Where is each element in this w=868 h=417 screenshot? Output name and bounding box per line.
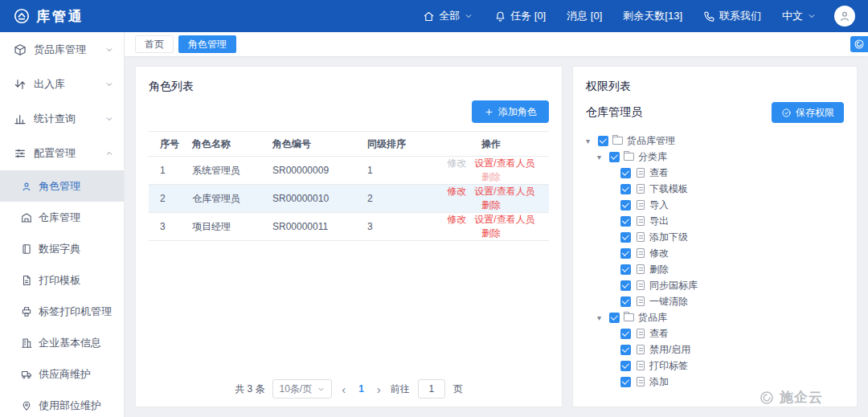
tree-node-label[interactable]: 货品库 [638,311,667,325]
sidebar-group[interactable]: 配置管理 [0,136,124,170]
caret-icon[interactable]: ▾ [597,313,609,322]
tree-node-label[interactable]: 同步国标库 [649,279,698,292]
tree-node-label[interactable]: 分类库 [638,150,667,164]
scope-select[interactable]: 全部 [423,9,473,23]
days-left-badge: 剩余天数[13] [623,9,682,23]
sidebar-item[interactable]: 标签打印机管理 [0,296,124,327]
checkbox[interactable] [620,248,631,259]
set-view-members-link[interactable]: 设置/查看人员 [474,186,534,197]
tree-node: 添加下级 [586,229,844,245]
cell-name: 项目经理 [187,213,268,241]
tree-node-label[interactable]: 禁用/启用 [649,343,690,357]
tree-node: 删除 [586,261,844,277]
checkbox[interactable] [620,361,631,371]
sidebar-item[interactable]: 企业基本信息 [0,327,124,358]
contact-label: 联系我们 [719,9,761,23]
caret-icon[interactable]: ▾ [586,137,598,145]
caret-icon[interactable]: ▾ [597,153,609,161]
edit-role-link[interactable]: 修改 [447,157,466,169]
next-page-button[interactable]: › [375,382,383,396]
page-size-select[interactable]: 10条/页 [272,379,332,399]
checkbox[interactable] [620,232,631,243]
delete-role-link[interactable]: 删除 [481,227,501,239]
tree-node-label[interactable]: 一键清除 [649,295,688,309]
goto-unit-label: 页 [453,382,463,396]
sidebar-group[interactable]: 出入库 [0,67,124,101]
edit-role-link[interactable]: 修改 [447,214,466,225]
save-permissions-button[interactable]: 保存权限 [772,102,844,123]
tree-node: ▾分类库 [586,149,844,165]
tree-node-label[interactable]: 查看 [649,327,669,341]
set-view-members-link[interactable]: 设置/查看人员 [474,157,534,169]
checkbox[interactable] [598,136,608,146]
file-icon [637,345,645,354]
tree-node-label[interactable]: 添加下级 [649,231,688,244]
folder-icon [624,153,634,161]
checkbox[interactable] [620,280,631,291]
tree-node: 同步国标库 [586,277,844,293]
delete-role-link[interactable]: 删除 [481,199,501,211]
table-row[interactable]: 3项目经理SR000000113修改设置/查看人员删除 [149,213,549,241]
sidebar-item[interactable]: 使用部位维护 [0,390,124,417]
add-role-button[interactable]: 添加角色 [472,100,549,123]
sidebar-item[interactable]: 角色管理 [0,170,124,202]
file-icon [637,264,645,274]
file-icon [637,329,645,338]
sidebar-group[interactable]: 统计查询 [0,101,124,136]
tree-node: 下载模板 [586,181,844,197]
checkbox[interactable] [620,329,631,339]
tree-node-label[interactable]: 修改 [649,247,669,260]
file-icon [637,232,645,242]
logo-icon [13,7,31,25]
tree-node-label[interactable]: 货品库管理 [627,134,675,148]
checkbox[interactable] [620,168,631,178]
delete-role-link[interactable]: 删除 [481,171,501,182]
set-view-members-link[interactable]: 设置/查看人员 [474,214,534,225]
goto-page-input[interactable] [418,379,445,399]
person-icon [838,10,851,22]
tree-node-label[interactable]: 添加 [649,375,669,389]
file-icon [637,280,645,290]
tab-item[interactable]: 首页 [135,35,174,53]
scope-label: 全部 [439,9,460,23]
sidebar-item[interactable]: 供应商维护 [0,358,124,390]
checkbox[interactable] [609,313,620,323]
checkbox[interactable] [609,152,620,162]
tree-node-label[interactable]: 查看 [649,166,669,180]
checkbox[interactable] [620,216,631,227]
tree-node-label[interactable]: 打印标签 [649,359,688,373]
sidebar-item[interactable]: 仓库管理 [0,202,124,233]
floating-logo-button[interactable] [850,36,868,52]
edit-role-link[interactable]: 修改 [447,186,466,197]
tree-node-label[interactable]: 删除 [649,263,669,276]
prev-page-button[interactable]: ‹ [340,382,347,396]
table-row[interactable]: 1系统管理员SR000000091修改设置/查看人员删除 [149,157,549,185]
sidebar-item[interactable]: 打印模板 [0,264,124,296]
file-icon [637,248,645,258]
tree-node-label[interactable]: 导出 [649,215,669,228]
checkbox[interactable] [620,377,631,387]
tasks-button[interactable]: 任务 [0] [494,9,546,23]
sidebar-item-label: 数据字典 [39,242,80,256]
checkbox[interactable] [620,264,631,275]
table-row[interactable]: 2仓库管理员SR000000102修改设置/查看人员删除 [149,185,549,213]
tree-node-label[interactable]: 下载模板 [649,182,688,196]
file-icon [637,168,645,178]
checkbox[interactable] [620,200,631,211]
sidebar-group[interactable]: 货品库管理 [0,32,124,67]
language-select[interactable]: 中文 [782,9,817,23]
current-page[interactable]: 1 [355,383,367,395]
contact-button[interactable]: 联系我们 [703,9,761,23]
cell-name: 仓库管理员 [187,185,268,213]
bell-icon [494,10,506,22]
tree-node: 导入 [586,197,844,213]
tab-item[interactable]: 角色管理 [178,35,236,53]
sidebar-item[interactable]: 数据字典 [0,233,124,264]
avatar[interactable] [834,6,855,27]
checkbox[interactable] [620,184,631,194]
checkbox[interactable] [620,345,631,355]
checkbox[interactable] [620,296,631,307]
messages-button[interactable]: 消息 [0] [567,9,602,23]
tree-node-label[interactable]: 导入 [649,198,669,212]
role-list-panel: 角色列表 添加角色 序号角色名称角色编号同级排序操作 1系统管理员SR00000… [135,66,563,407]
